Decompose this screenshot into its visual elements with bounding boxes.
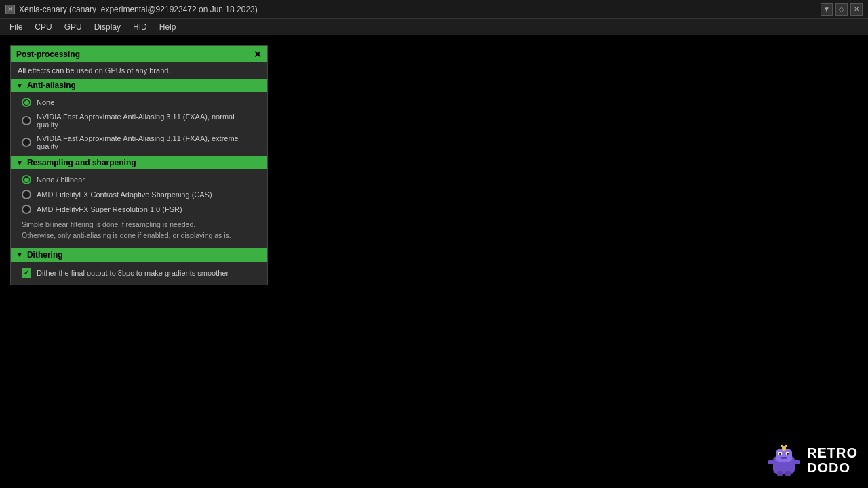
chevron-down-icon: ▼: [16, 82, 23, 89]
svg-rect-1: [776, 449, 792, 462]
menu-display[interactable]: Display: [89, 21, 126, 33]
section-anti-aliasing-label: Anti-aliasing: [27, 81, 76, 90]
titlebar: ✕ Xenia-canary (canary_experimental@9219…: [0, 0, 868, 19]
section-resampling-content: None / bilinear AMD FidelityFX Contrast …: [11, 169, 267, 248]
radio-aa-none[interactable]: None: [11, 95, 267, 110]
dialog-titlebar: Post-processing ✕: [11, 46, 267, 62]
retro-dodo-logo-area: RETRO DODO: [766, 443, 858, 478]
svg-rect-12: [781, 445, 783, 447]
radio-circle-rs-cas: [22, 190, 31, 199]
chevron-down-icon-3: ▼: [16, 251, 23, 258]
resampling-info-text: Simple bilinear filtering is done if res…: [11, 217, 267, 245]
titlebar-controls: ▼ ◇ ✕: [821, 3, 863, 16]
radio-circle-aa-fxaa-extreme: [22, 138, 31, 147]
dialog-subtitle: All effects can be used on GPUs of any b…: [11, 62, 267, 79]
menu-cpu[interactable]: CPU: [29, 21, 57, 33]
retro-text: RETRO: [807, 445, 858, 460]
checkbox-box-dither: [22, 268, 31, 278]
minimize-button[interactable]: ▼: [821, 3, 833, 16]
radio-label-aa-none: None: [37, 98, 54, 106]
pin-button[interactable]: ◇: [835, 3, 848, 16]
retro-dodo-brand-text: RETRO DODO: [807, 445, 858, 475]
menu-file[interactable]: File: [4, 21, 28, 33]
menu-gpu[interactable]: GPU: [59, 21, 87, 33]
menu-help[interactable]: Help: [154, 21, 182, 33]
radio-aa-fxaa-normal[interactable]: NVIDIA Fast Approximate Anti-Aliasing 3.…: [11, 110, 267, 131]
titlebar-left: ✕ Xenia-canary (canary_experimental@9219…: [5, 5, 258, 14]
section-resampling-label: Resampling and sharpening: [27, 158, 136, 167]
radio-circle-rs-fsr: [22, 205, 31, 214]
radio-rs-fsr[interactable]: AMD FidelityFX Super Resolution 1.0 (FSR…: [11, 202, 267, 217]
menu-hid[interactable]: HID: [127, 21, 153, 33]
retro-dodo-mascot-icon: [766, 443, 802, 478]
section-dithering-label: Dithering: [27, 250, 63, 260]
radio-label-aa-fxaa-normal: NVIDIA Fast Approximate Anti-Aliasing 3.…: [37, 113, 256, 129]
svg-rect-6: [781, 457, 787, 459]
radio-label-rs-none: None / bilinear: [37, 176, 85, 184]
radio-circle-rs-none: [22, 175, 31, 184]
radio-circle-aa-fxaa-normal: [22, 116, 31, 125]
svg-rect-4: [779, 453, 781, 455]
radio-label-aa-fxaa-extreme: NVIDIA Fast Approximate Anti-Aliasing 3.…: [37, 134, 256, 150]
section-anti-aliasing-content: None NVIDIA Fast Approximate Anti-Aliasi…: [11, 92, 267, 156]
menubar: File CPU GPU Display HID Help: [0, 19, 868, 35]
radio-label-rs-fsr: AMD FidelityFX Super Resolution 1.0 (FSR…: [37, 205, 182, 214]
section-dithering-header[interactable]: ▼ Dithering: [11, 248, 267, 262]
close-window-button[interactable]: ✕: [850, 3, 863, 16]
svg-rect-9: [777, 471, 783, 476]
main-content: Post-processing ✕ All effects can be use…: [0, 35, 868, 488]
radio-label-rs-cas: AMD FidelityFX Contrast Adaptive Sharpen…: [37, 190, 212, 199]
svg-rect-13: [785, 445, 787, 447]
section-resampling-header[interactable]: ▼ Resampling and sharpening: [11, 156, 267, 169]
checkbox-dither-8bpc[interactable]: Dither the final output to 8bpc to make …: [11, 264, 267, 282]
section-dithering-content: Dither the final output to 8bpc to make …: [11, 262, 267, 285]
dodo-text: DODO: [807, 460, 858, 475]
radio-aa-fxaa-extreme[interactable]: NVIDIA Fast Approximate Anti-Aliasing 3.…: [11, 131, 267, 153]
checkbox-label-dither: Dither the final output to 8bpc to make …: [37, 269, 229, 277]
section-anti-aliasing-header[interactable]: ▼ Anti-aliasing: [11, 79, 267, 92]
app-icon: ✕: [5, 5, 15, 14]
chevron-down-icon-2: ▼: [16, 159, 23, 167]
radio-circle-aa-none: [22, 98, 31, 107]
svg-rect-8: [793, 460, 800, 464]
post-processing-dialog: Post-processing ✕ All effects can be use…: [10, 45, 268, 285]
svg-rect-10: [785, 471, 791, 476]
radio-rs-cas[interactable]: AMD FidelityFX Contrast Adaptive Sharpen…: [11, 187, 267, 202]
svg-rect-7: [768, 460, 774, 464]
dialog-close-button[interactable]: ✕: [254, 49, 262, 59]
radio-rs-none[interactable]: None / bilinear: [11, 172, 267, 187]
window-title: Xenia-canary (canary_experimental@921923…: [19, 5, 258, 14]
dialog-title: Post-processing: [16, 49, 80, 59]
svg-rect-5: [787, 453, 789, 455]
